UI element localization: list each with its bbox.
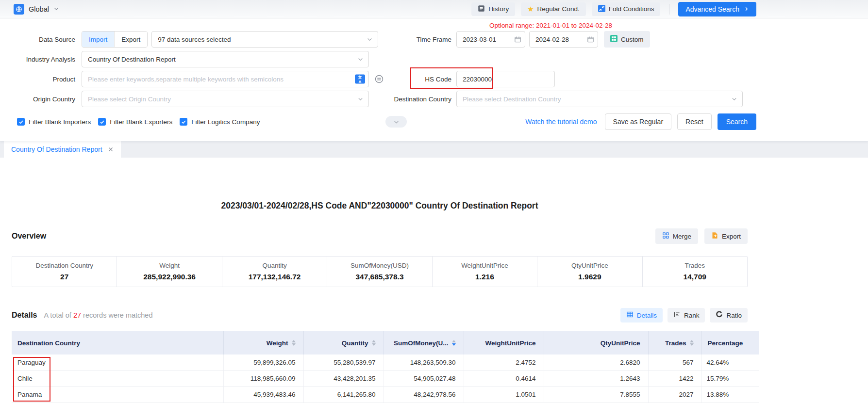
checkbox-checked-icon[interactable] — [17, 118, 25, 126]
export-button[interactable]: Export — [704, 228, 748, 244]
destination-country-select[interactable]: Please select Destination Country — [456, 91, 743, 107]
sort-icon[interactable] — [372, 340, 376, 346]
close-icon[interactable] — [108, 146, 114, 152]
date-start-input[interactable] — [456, 31, 525, 48]
star-icon: ★ — [527, 5, 534, 13]
destination-country-cell: Chile — [12, 371, 223, 387]
data-sources-select[interactable]: 97 data sources selected — [151, 31, 378, 48]
chevron-down-icon — [53, 5, 59, 14]
stat-label: SumOfMoney(USD) — [327, 262, 432, 269]
table-row[interactable]: Paraguay59,899,326.0555,280,539.97148,26… — [12, 355, 759, 371]
filter-checkbox[interactable]: Filter Blank Exporters — [98, 118, 172, 126]
column-header[interactable]: Weight — [223, 331, 303, 355]
overview-stat: Weight285,922,990.36 — [117, 257, 221, 287]
overview-stat: Trades14,709 — [642, 257, 747, 287]
checkbox-label: Filter Logitics Company — [191, 118, 260, 126]
column-header[interactable]: SumOfMoney(U... — [384, 331, 464, 355]
checkbox-label: Filter Blank Exporters — [110, 118, 172, 126]
advanced-search-button[interactable]: Advanced Search — [678, 2, 756, 16]
filter-checkbox[interactable]: Filter Logitics Company — [180, 118, 260, 126]
data-cell: 0.4614 — [464, 371, 544, 387]
filter-panel: Optional range: 2021-01-01 to 2024-02-28… — [0, 18, 868, 141]
filter-row-countries: Origin Country Please select Origin Coun… — [0, 91, 760, 107]
data-cell: 2.6820 — [544, 355, 648, 371]
view-ratio-button[interactable]: Ratio — [710, 308, 748, 322]
filter-checkbox[interactable]: Filter Blank Importers — [17, 118, 91, 126]
sort-icon[interactable] — [292, 340, 296, 346]
data-cell: 567 — [648, 355, 701, 371]
export-icon — [711, 232, 718, 241]
overview-stat: QtyUnitPrice1.9629 — [537, 257, 642, 287]
hs-code-label: HS Code — [371, 76, 451, 83]
data-cell: 54,905,027.48 — [384, 371, 464, 387]
data-cell: 1422 — [648, 371, 701, 387]
custom-range-button[interactable]: Custom — [604, 31, 650, 48]
checkbox-checked-icon[interactable] — [180, 118, 187, 126]
checkbox-label: Filter Blank Importers — [29, 118, 91, 126]
data-cell: 15.79% — [701, 371, 759, 387]
calendar-icon[interactable] — [587, 36, 594, 43]
save-as-regular-button[interactable]: Save as Regular — [605, 113, 672, 130]
search-button[interactable]: Search — [718, 113, 756, 130]
ratio-donut-icon — [716, 311, 723, 320]
tutorial-link[interactable]: Watch the tutorial demo — [525, 118, 597, 126]
industry-analysis-select[interactable]: Country Of Destination Report — [82, 51, 369, 67]
filter-row-industry: Industry Analysis Country Of Destination… — [0, 51, 760, 67]
reset-button[interactable]: Reset — [677, 113, 712, 130]
merge-button[interactable]: Merge — [655, 228, 698, 244]
table-row[interactable]: Chile118,985,660.0943,428,201.3554,905,0… — [12, 371, 759, 387]
column-header[interactable]: Quantity — [303, 331, 384, 355]
destination-country-label: Destination Country — [371, 96, 451, 103]
globe-icon — [14, 4, 24, 15]
chevron-down-icon — [357, 96, 364, 102]
sort-icon[interactable] — [690, 340, 694, 346]
origin-country-label: Origin Country — [0, 96, 75, 103]
region-label: Global — [29, 5, 49, 13]
origin-country-select[interactable]: Please select Origin Country — [82, 91, 369, 107]
import-toggle[interactable]: Import — [82, 32, 114, 47]
history-button[interactable]: History — [471, 2, 515, 16]
stat-label: Quantity — [222, 262, 327, 269]
column-header: Percentage — [701, 331, 759, 355]
data-cell: 13.88% — [701, 387, 759, 403]
destination-country-cell: Paraguay — [12, 355, 223, 371]
sort-icon[interactable] — [452, 340, 456, 346]
table-row[interactable]: Panama45,939,483.466,141,265.8048,242,97… — [12, 387, 759, 403]
fold-conditions-button[interactable]: Fold Conditions — [592, 2, 661, 16]
data-cell: 6,141,265.80 — [303, 387, 384, 403]
translate-icon[interactable]: 文A — [355, 75, 365, 84]
region-selector[interactable]: Global — [14, 4, 59, 15]
optional-range-text: Optional range: 2021-01-01 to 2024-02-28 — [489, 22, 612, 29]
stat-value: 14,709 — [643, 273, 747, 281]
filter-actions-row: Filter Blank ImportersFilter Blank Expor… — [0, 115, 760, 129]
view-toggle: Details Rank Ratio — [620, 308, 748, 322]
collapse-toggle-button[interactable] — [385, 116, 407, 128]
destination-country-cell: Panama — [12, 387, 223, 403]
rank-chart-icon — [673, 311, 681, 320]
stat-value: 27 — [12, 273, 117, 281]
overview-stats: Destination Country27Weight285,922,990.3… — [12, 256, 748, 287]
merge-icon — [662, 232, 669, 241]
regular-cond-button[interactable]: ★ Regular Cond. — [521, 2, 586, 16]
page: Global History ★ Regular Cond. Fold Cond… — [0, 0, 868, 403]
export-toggle[interactable]: Export — [114, 32, 147, 47]
match-count: 27 — [71, 311, 83, 319]
calendar-icon[interactable] — [514, 36, 521, 43]
view-details-button[interactable]: Details — [620, 308, 663, 322]
view-rank-button[interactable]: Rank — [668, 308, 705, 322]
chevron-right-icon — [744, 5, 749, 13]
date-end-input[interactable] — [529, 31, 598, 48]
tab-country-of-destination-report[interactable]: Country Of Destination Report — [4, 141, 121, 158]
details-heading: Details — [12, 311, 37, 320]
custom-grid-icon — [610, 35, 618, 44]
product-input[interactable] — [82, 71, 369, 87]
hs-code-input[interactable] — [456, 71, 555, 87]
details-table: Destination CountryWeightQuantitySumOfMo… — [12, 331, 759, 403]
column-header[interactable]: Trades — [648, 331, 701, 355]
overview-heading: Overview — [12, 232, 46, 241]
checkbox-checked-icon[interactable] — [98, 118, 106, 126]
topbar: Global History ★ Regular Cond. Fold Cond… — [0, 0, 868, 18]
match-summary: A total of27records were matched — [44, 311, 152, 319]
data-cell: 148,263,509.30 — [384, 355, 464, 371]
fold-icon — [598, 5, 605, 14]
